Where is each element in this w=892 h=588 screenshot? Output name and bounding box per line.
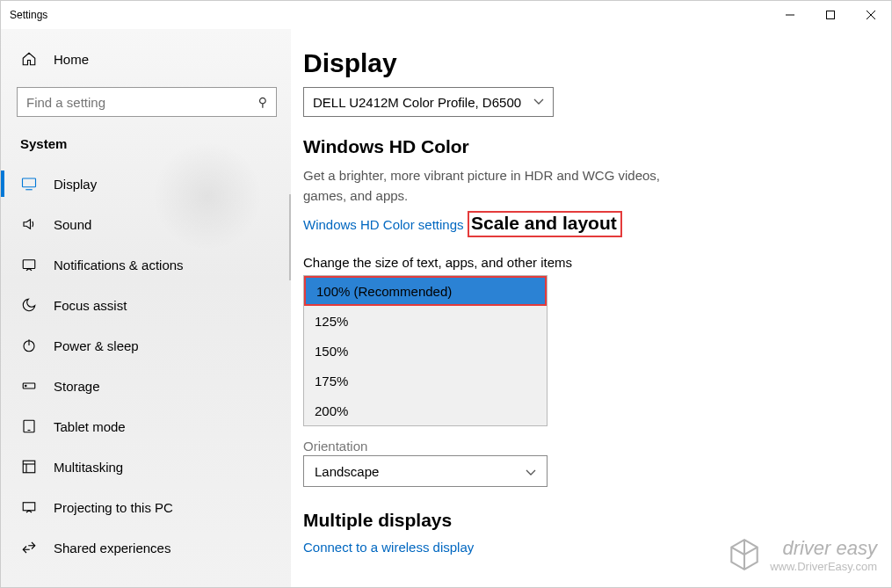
orientation-value: Landscape [315, 464, 379, 479]
color-profile-dropdown[interactable]: DELL U2412M Color Profile, D6500 [303, 87, 554, 117]
scale-option-150[interactable]: 150% [304, 336, 547, 366]
main-content: Display DELL U2412M Color Profile, D6500… [291, 29, 891, 587]
svg-rect-1 [827, 11, 835, 19]
sidebar-item-notifications[interactable]: Notifications & actions [1, 244, 291, 285]
svg-rect-16 [23, 503, 35, 511]
sidebar-item-shared[interactable]: Shared experiences [1, 527, 291, 568]
sidebar-item-label: Focus assist [54, 298, 127, 313]
projecting-icon [20, 498, 38, 516]
scale-label: Change the size of text, apps, and other… [303, 255, 865, 270]
window-title: Settings [10, 9, 47, 21]
watermark-brand: driver easy [782, 537, 877, 559]
sidebar-item-display[interactable]: Display [1, 163, 291, 204]
focus-assist-icon [20, 296, 38, 314]
sidebar-item-projecting[interactable]: Projecting to this PC [1, 487, 291, 527]
sidebar-item-label: Storage [54, 379, 100, 394]
maximize-button[interactable] [810, 1, 851, 29]
watermark: driver easy www.DriverEasy.com [726, 536, 877, 573]
sidebar-item-label: Display [54, 177, 97, 192]
sidebar-item-label: Notifications & actions [54, 258, 184, 272]
svg-rect-4 [23, 178, 36, 187]
minimize-button[interactable] [770, 1, 810, 29]
search-icon: ⚲ [258, 95, 267, 109]
scale-option-100[interactable]: 100% (Recommended) [304, 276, 547, 306]
sidebar-item-label: Multitasking [54, 460, 123, 475]
sidebar-item-label: Shared experiences [54, 541, 170, 555]
sidebar-category: System [1, 129, 291, 163]
window-controls [770, 1, 891, 29]
scale-heading: Scale and layout [471, 213, 617, 233]
display-icon [20, 175, 38, 192]
shared-icon [20, 539, 38, 556]
titlebar: Settings [1, 1, 891, 29]
hd-color-desc: Get a brighter, more vibrant picture in … [303, 166, 672, 206]
sidebar-item-tablet[interactable]: Tablet mode [1, 406, 291, 446]
scale-option-125[interactable]: 125% [304, 306, 547, 336]
sidebar: Home ⚲ System Display Sound Notification… [1, 29, 291, 587]
scale-heading-highlight: Scale and layout [468, 211, 622, 237]
svg-rect-6 [23, 260, 35, 269]
page-title: Display [303, 48, 865, 78]
nav-home[interactable]: Home [1, 40, 291, 78]
hd-color-link[interactable]: Windows HD Color settings [303, 217, 464, 232]
chevron-down-icon [526, 464, 536, 479]
sidebar-item-label: Power & sleep [54, 338, 139, 353]
sidebar-item-multitasking[interactable]: Multitasking [1, 446, 291, 487]
scale-option-175[interactable]: 175% [304, 366, 547, 396]
sidebar-item-sound[interactable]: Sound [1, 204, 291, 244]
orientation-label: Orientation [303, 439, 865, 454]
watermark-cube-icon [726, 536, 763, 573]
home-icon [20, 50, 38, 68]
notifications-icon [20, 256, 38, 273]
sidebar-item-label: Sound [54, 217, 91, 232]
chevron-down-icon [533, 98, 544, 107]
search-box[interactable]: ⚲ [17, 87, 277, 117]
tablet-icon [20, 417, 38, 435]
svg-rect-13 [23, 461, 35, 473]
color-profile-value: DELL U2412M Color Profile, D6500 [313, 95, 521, 110]
sidebar-item-power[interactable]: Power & sleep [1, 325, 291, 366]
power-icon [20, 337, 38, 354]
svg-point-10 [25, 385, 27, 387]
watermark-url: www.DriverEasy.com [770, 560, 877, 573]
nav-home-label: Home [54, 52, 89, 67]
scale-option-200[interactable]: 200% [304, 396, 547, 425]
sidebar-item-label: Tablet mode [54, 419, 126, 434]
orientation-dropdown[interactable]: Landscape [303, 455, 548, 487]
sidebar-item-focus-assist[interactable]: Focus assist [1, 285, 291, 325]
multiple-displays-heading: Multiple displays [303, 510, 865, 531]
hd-color-heading: Windows HD Color [303, 136, 865, 157]
scale-dropdown-open[interactable]: 100% (Recommended) 125% 150% 175% 200% [303, 275, 548, 426]
multitasking-icon [20, 458, 38, 475]
search-input[interactable] [26, 95, 228, 110]
close-button[interactable] [851, 1, 891, 29]
storage-icon [20, 377, 38, 395]
sidebar-item-label: Projecting to this PC [54, 500, 173, 515]
sidebar-item-storage[interactable]: Storage [1, 366, 291, 406]
wireless-display-link[interactable]: Connect to a wireless display [303, 540, 474, 555]
sound-icon [20, 215, 38, 233]
